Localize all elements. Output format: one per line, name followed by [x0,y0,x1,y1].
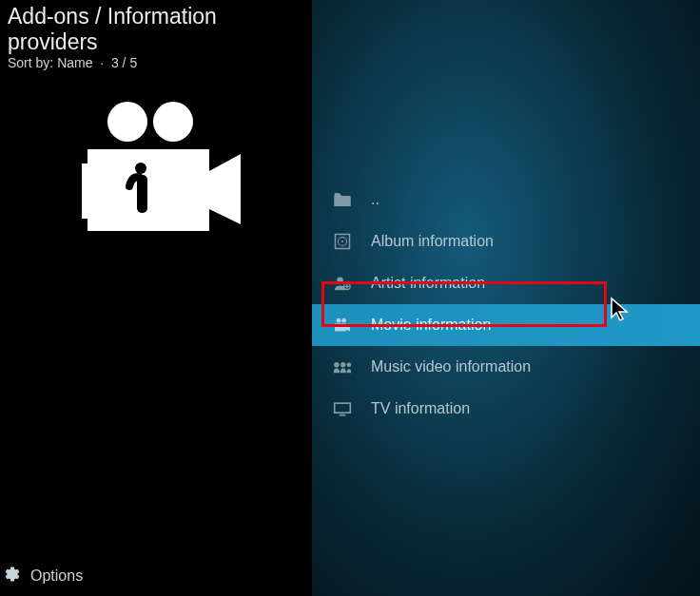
svg-point-11 [337,277,343,283]
svg-marker-4 [209,154,241,224]
list-item-artist[interactable]: Artist information [312,262,700,304]
subtitle: Sort by: Name · 3 / 5 [8,55,312,70]
music-video-icon [333,357,352,376]
position-label: 3 / 5 [111,55,137,70]
list-item-album[interactable]: Album information [312,221,700,262]
folder-up-icon [333,190,352,209]
artist-icon [333,274,352,293]
svg-rect-15 [335,323,346,331]
options-button[interactable]: Options [0,566,83,586]
list-item-label: TV information [371,400,470,417]
movie-icon [333,316,352,335]
svg-point-18 [340,362,345,367]
gear-icon [4,566,21,586]
svg-point-13 [337,318,341,323]
list-item-tv[interactable]: TV information [312,388,700,430]
list-item-parent[interactable]: .. [312,179,700,221]
options-label: Options [30,567,83,585]
svg-point-19 [347,362,352,367]
svg-point-10 [341,240,343,242]
svg-point-14 [341,318,346,323]
svg-marker-16 [346,323,350,331]
list-item-label: Music video information [371,358,531,375]
cursor-icon [610,297,632,323]
list: .. Album information Arti [312,179,700,430]
list-item-label: Artist information [371,275,485,292]
list-item-movie[interactable]: Movie information [312,304,700,346]
list-item-label: .. [371,191,379,208]
header: Add-ons / Information providers Sort by:… [8,4,312,70]
svg-rect-2 [88,149,209,231]
svg-point-5 [135,163,146,174]
svg-point-1 [153,102,193,142]
list-item-label: Album information [371,233,494,250]
category-icon [72,99,248,246]
tv-icon [333,399,352,418]
svg-point-17 [334,362,339,367]
svg-rect-3 [82,163,89,219]
album-icon [333,232,352,251]
list-item-label: Movie information [371,317,491,334]
svg-rect-20 [335,403,351,413]
right-panel: .. Album information Arti [312,0,700,596]
list-item-music-video[interactable]: Music video information [312,346,700,388]
page-title: Add-ons / Information providers [8,4,312,55]
left-panel: Add-ons / Information providers Sort by:… [0,0,312,596]
sort-label[interactable]: Sort by: Name [8,55,92,70]
separator: · [96,55,111,70]
svg-point-0 [107,102,147,142]
